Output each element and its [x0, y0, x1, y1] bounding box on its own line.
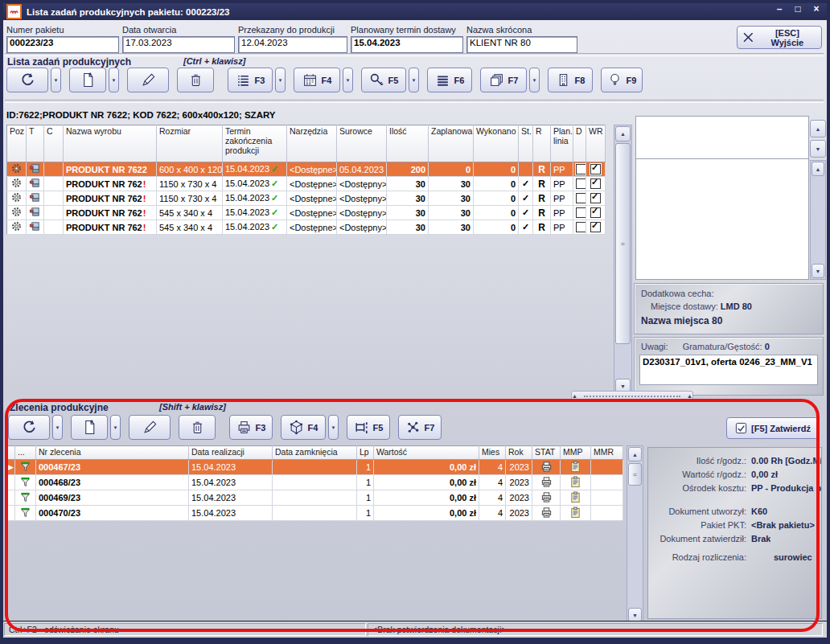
checkbox-wr[interactable]: [590, 193, 601, 203]
refresh-button[interactable]: [6, 68, 48, 92]
new-dropdown[interactable]: ▼: [109, 68, 119, 92]
spin-up-button[interactable]: ▲: [810, 120, 826, 137]
col-r[interactable]: R: [533, 125, 551, 162]
f4-button[interactable]: F4: [294, 68, 340, 92]
task-row[interactable]: PRODUKT NR 762! 1150 x 730 x 4 15.04.202…: [7, 177, 606, 191]
col-zaplanowano[interactable]: Zaplanowa: [429, 125, 474, 162]
col-plan-linia[interactable]: Plan. linia: [551, 125, 573, 162]
order-row[interactable]: 000470/23 15.04.2023 1 0,00 zł 4 2023: [7, 506, 623, 521]
f7-button[interactable]: F7: [480, 68, 527, 92]
orders-grid-scrollbar[interactable]: ▲ = ▼: [627, 445, 643, 624]
przekazany-input[interactable]: 12.04.2023: [238, 36, 347, 53]
f5-button[interactable]: F5: [361, 68, 406, 92]
order-row[interactable]: ▶ 000467/23 15.04.2023 1 0,00 zł 4 2023: [7, 460, 623, 475]
f9-button[interactable]: F9: [601, 68, 643, 92]
orders-new-dropdown[interactable]: ▼: [110, 415, 121, 440]
task-row[interactable]: PRODUKT NR 7622 600 x 400 x 120 15.04.20…: [7, 162, 606, 177]
checkbox-wr[interactable]: [590, 178, 601, 189]
f4-dropdown[interactable]: ▼: [343, 68, 353, 92]
order-row[interactable]: 000469/23 15.04.2023 1 0,00 zł 4 2023: [7, 490, 623, 506]
spin-down-button[interactable]: ▼: [810, 140, 826, 158]
scroll-down-button[interactable]: ▼: [812, 264, 824, 278]
close-button[interactable]: ×: [811, 3, 822, 14]
col-wr[interactable]: WR: [586, 125, 606, 162]
nazwa-skrocona-input[interactable]: KLIENT NR 80: [466, 36, 577, 53]
col-lp[interactable]: Lp: [357, 446, 374, 460]
order-row[interactable]: 000468/23 15.04.2023 1 0,00 zł 4 2023: [7, 475, 623, 490]
col-stat[interactable]: STAT: [532, 446, 561, 460]
orders-delete-button[interactable]: [179, 415, 216, 440]
col-mmp[interactable]: MMP: [561, 446, 591, 460]
col-nr-zlecenia[interactable]: Nr zlecenia: [36, 446, 189, 460]
task-row[interactable]: PRODUKT NR 762! 545 x 340 x 4 15.04.2023…: [7, 206, 606, 220]
detail-list-scrollbar[interactable]: ▲ ▼: [810, 160, 826, 280]
checkbox-d[interactable]: [576, 222, 586, 232]
orders-edit-button[interactable]: [129, 415, 171, 440]
col-ilosc[interactable]: Ilość: [387, 125, 429, 162]
col-surowce[interactable]: Surowce: [337, 125, 387, 162]
trash-icon: [188, 72, 203, 88]
orders-refresh-button[interactable]: [8, 415, 50, 440]
col-rozmiar[interactable]: Rozmiar: [157, 125, 223, 162]
scroll-up-button[interactable]: ▲: [812, 162, 824, 176]
horizontal-splitter[interactable]: ▲▲: [571, 391, 693, 401]
f3-dropdown[interactable]: ▼: [275, 68, 286, 92]
col-t[interactable]: T: [27, 125, 44, 162]
col-rok[interactable]: Rok: [506, 446, 532, 460]
orders-refresh-dropdown[interactable]: ▼: [52, 415, 63, 440]
upper-detail-list[interactable]: [635, 116, 809, 159]
tasks-grid-scrollbar[interactable]: ▲ = ▼: [614, 125, 632, 396]
delete-button[interactable]: [177, 68, 214, 92]
minimize-button[interactable]: –: [774, 3, 785, 14]
checkbox-d[interactable]: [576, 207, 586, 218]
checkbox-wr[interactable]: [590, 222, 601, 232]
col-poz[interactable]: Poz: [7, 125, 27, 162]
col-st[interactable]: St.: [519, 125, 533, 162]
edit-button[interactable]: [127, 68, 169, 92]
col-c[interactable]: C: [44, 125, 64, 162]
checkbox-wr[interactable]: [590, 207, 601, 218]
col-filter[interactable]: ...: [15, 446, 36, 460]
scroll-thumb[interactable]: =: [615, 143, 631, 344]
col-nazwa[interactable]: Nazwa wyrobu: [64, 125, 157, 162]
orders-f7-button[interactable]: F7: [398, 415, 442, 440]
col-data-realizacji[interactable]: Data realizacji: [189, 446, 273, 460]
notes-textbox[interactable]: D230317_01v1, oferta 0246_23_MM_V1: [639, 355, 818, 385]
f7-dropdown[interactable]: ▼: [529, 68, 540, 92]
new-button[interactable]: [69, 68, 106, 92]
checkbox-d[interactable]: [576, 193, 586, 203]
col-wykonano[interactable]: Wykonano: [474, 125, 519, 162]
f8-button[interactable]: F8: [548, 68, 593, 92]
col-data-zamkniecia[interactable]: Data zamknięcia: [273, 446, 357, 460]
orders-f4-dropdown[interactable]: ▼: [328, 415, 339, 440]
col-d[interactable]: D: [573, 125, 586, 162]
orders-f5-button[interactable]: F5: [347, 415, 390, 440]
termin-dostawy-input[interactable]: 15.04.2023: [351, 36, 463, 53]
orders-f4-button[interactable]: F4: [281, 415, 326, 440]
scroll-up-button[interactable]: ▲: [615, 126, 631, 142]
checkbox-d[interactable]: [576, 178, 586, 189]
data-otwarcia-input[interactable]: 17.03.2023: [122, 36, 235, 53]
numer-pakietu-input[interactable]: 000223/23: [6, 36, 119, 53]
col-narzedzia[interactable]: Narzędzia: [287, 125, 337, 162]
f5-dropdown[interactable]: ▼: [409, 68, 419, 92]
task-row[interactable]: PRODUKT NR 762! 545 x 340 x 4 15.04.2023…: [7, 220, 606, 235]
confirm-button[interactable]: [F5] Zatwierdź: [726, 417, 820, 439]
checkbox-wr[interactable]: [590, 164, 601, 174]
task-row[interactable]: PRODUKT NR 762! 1150 x 730 x 4 15.04.202…: [7, 191, 606, 206]
orders-f3-button[interactable]: F3: [229, 415, 273, 440]
col-mies[interactable]: Mies: [479, 446, 506, 460]
scroll-thumb[interactable]: =: [628, 463, 642, 486]
exit-button[interactable]: [ESC] Wyjście: [737, 26, 822, 49]
col-wartosc[interactable]: Wartość: [374, 446, 479, 460]
col-termin[interactable]: Termin zakończenia produkcji: [223, 125, 287, 162]
orders-new-button[interactable]: [71, 415, 108, 440]
lower-detail-list[interactable]: [635, 158, 809, 280]
f6-button[interactable]: F6: [427, 68, 472, 92]
maximize-button[interactable]: □: [792, 3, 803, 14]
checkbox-d[interactable]: [576, 164, 586, 174]
refresh-dropdown[interactable]: ▼: [51, 68, 61, 92]
f3-button[interactable]: F3: [228, 68, 273, 92]
scroll-up-button[interactable]: ▲: [628, 447, 642, 461]
col-mmr[interactable]: MMR: [591, 446, 623, 460]
